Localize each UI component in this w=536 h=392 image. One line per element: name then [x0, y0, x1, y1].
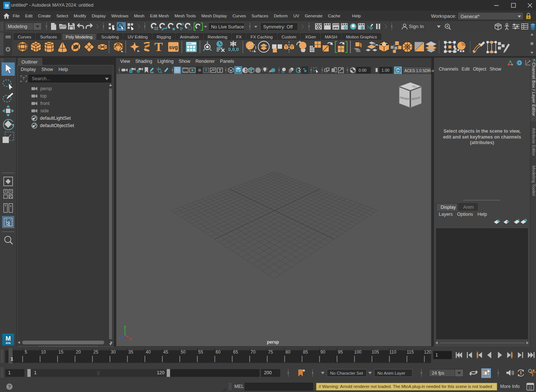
- svg-text:svg: svg: [169, 44, 178, 50]
- svg-text:IPR: IPR: [333, 26, 339, 30]
- svg-text:AYA: AYA: [6, 342, 11, 344]
- svg-text:15: 15: [58, 350, 64, 355]
- svg-text:75: 75: [268, 350, 273, 355]
- svg-text:30: 30: [111, 350, 116, 355]
- svg-text:M: M: [6, 335, 11, 342]
- svg-text:105: 105: [372, 350, 379, 355]
- svg-text:120: 120: [424, 350, 431, 355]
- svg-text:T: T: [219, 69, 221, 73]
- svg-text:0,0,0: 0,0,0: [228, 47, 239, 52]
- svg-text:?: ?: [8, 384, 11, 389]
- svg-text:115: 115: [407, 350, 414, 355]
- svg-text:90: 90: [320, 350, 326, 355]
- svg-text:x: x: [129, 337, 132, 341]
- svg-text:z: z: [119, 336, 121, 340]
- svg-text:ON: ON: [396, 69, 400, 72]
- svg-text:70: 70: [251, 350, 256, 355]
- svg-text:95: 95: [338, 350, 343, 355]
- svg-text:85: 85: [303, 350, 308, 355]
- svg-text:80: 80: [285, 350, 291, 355]
- svg-text:MAYA: MAYA: [5, 7, 9, 9]
- svg-text:10: 10: [41, 350, 46, 355]
- svg-text:65: 65: [233, 350, 238, 355]
- svg-text:35: 35: [128, 350, 133, 355]
- svg-text:110: 110: [389, 350, 396, 355]
- svg-text:45: 45: [163, 350, 169, 355]
- svg-text:{;}: {;}: [529, 386, 532, 389]
- svg-text:T: T: [155, 41, 163, 53]
- svg-text:5: 5: [25, 350, 27, 355]
- svg-text:25: 25: [94, 350, 99, 355]
- svg-text:60: 60: [216, 350, 221, 355]
- svg-text:55: 55: [198, 350, 203, 355]
- svg-text:100: 100: [354, 350, 362, 355]
- svg-text:50: 50: [181, 350, 186, 355]
- svg-text:20: 20: [76, 350, 81, 355]
- svg-text:y: y: [124, 325, 126, 329]
- svg-text:40: 40: [146, 350, 151, 355]
